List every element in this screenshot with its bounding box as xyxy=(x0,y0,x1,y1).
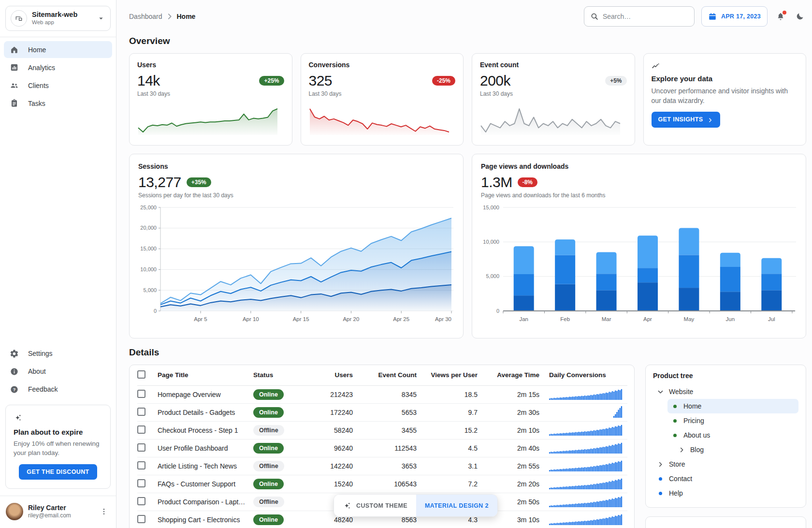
svg-text:15,000: 15,000 xyxy=(483,205,499,210)
tree-dot-blue xyxy=(659,492,662,495)
cell-page-title: Product Details - Gadgets xyxy=(158,403,253,421)
custom-theme-button[interactable]: CUSTOM THEME xyxy=(334,495,416,516)
row-checkbox[interactable] xyxy=(137,425,145,434)
user-row: Riley Carter riley@email.com xyxy=(0,496,116,528)
status-badge: Offline xyxy=(253,497,284,507)
workspace-selector[interactable]: Sitemark-web Web app xyxy=(5,6,111,31)
svg-text:Apr 15: Apr 15 xyxy=(293,316,309,322)
sidebar-item-settings[interactable]: Settings xyxy=(4,345,112,362)
cell-views-per-user: 3.1 xyxy=(420,457,480,475)
cell-page-title: Article Listing - Tech News xyxy=(158,457,253,475)
get-discount-button[interactable]: GET THE DISCOUNT xyxy=(19,464,97,480)
chevron-right-icon xyxy=(707,116,713,123)
cell-users: 58240 xyxy=(305,421,356,439)
row-checkbox[interactable] xyxy=(137,443,145,452)
svg-text:Jun: Jun xyxy=(726,316,735,322)
cell-views-per-user: 15.2 xyxy=(420,421,480,439)
svg-text:?: ? xyxy=(13,387,16,392)
explore-card-body: Uncover performance and visitor insights… xyxy=(652,86,798,106)
chevron-right-icon xyxy=(165,12,174,21)
tree-item-pricing[interactable]: Pricing xyxy=(667,413,798,428)
row-checkbox[interactable] xyxy=(137,497,145,505)
daily-conversions-sparkline xyxy=(549,495,623,507)
analytics-icon xyxy=(10,63,19,72)
svg-text:Jan: Jan xyxy=(519,316,528,322)
tree-item-label: Contact xyxy=(669,475,692,483)
insights-icon xyxy=(652,62,660,71)
notifications-button[interactable] xyxy=(774,10,787,23)
people-icon xyxy=(10,81,19,90)
row-checkbox[interactable] xyxy=(137,461,145,469)
stat-sparkline xyxy=(480,106,621,136)
tasks-icon xyxy=(10,99,19,108)
pageviews-card: Page views and downloads 1.3M -8% Page v… xyxy=(472,154,806,338)
sidebar-item-label: Home xyxy=(28,46,46,54)
tree-dot-green xyxy=(673,434,677,437)
explore-card: Explore your data Uncover performance an… xyxy=(643,53,807,146)
date-picker-button[interactable]: APR 17, 2023 xyxy=(701,6,768,27)
main-content: Dashboard Home APR 17, 2023 Overview Use xyxy=(116,0,812,528)
cell-event-count: 106543 xyxy=(356,475,420,493)
dark-mode-toggle[interactable] xyxy=(794,10,806,23)
select-all-checkbox[interactable] xyxy=(137,370,145,379)
workspace-type: Web app xyxy=(32,19,92,26)
cell-average-time: 2m 55s xyxy=(480,457,542,475)
row-checkbox[interactable] xyxy=(137,479,145,487)
svg-text:Apr 10: Apr 10 xyxy=(243,316,259,322)
chevron-right-icon xyxy=(657,461,664,468)
overview-cards: Users14k+25%Last 30 daysConversions325-2… xyxy=(129,53,806,146)
sidebar-item-about[interactable]: About xyxy=(4,363,112,380)
tree-item-label: Help xyxy=(669,489,683,497)
cell-views-per-user: 7.2 xyxy=(420,475,480,493)
row-checkbox[interactable] xyxy=(137,515,145,523)
tree-item-help[interactable]: Help xyxy=(653,486,798,500)
tree-item-home[interactable]: Home xyxy=(667,399,798,413)
svg-text:Feb: Feb xyxy=(560,316,570,322)
svg-text:Jul: Jul xyxy=(768,316,775,322)
pageviews-delta-chip: -8% xyxy=(518,177,537,187)
get-insights-button[interactable]: GET INSIGHTS xyxy=(652,112,720,127)
cell-event-count: 112543 xyxy=(356,439,420,457)
tree-item-contact[interactable]: Contact xyxy=(653,471,798,486)
sidebar-item-label: Clients xyxy=(28,82,49,89)
sessions-card: Sessions 13,277 +35% Sessions per day fo… xyxy=(129,154,464,338)
table-row: Homepage OverviewOnline212423834518.52m … xyxy=(137,385,627,403)
row-checkbox[interactable] xyxy=(137,408,145,416)
sidebar-item-analytics[interactable]: Analytics xyxy=(4,59,112,76)
plan-card-title: Plan about to expire xyxy=(14,428,102,436)
row-checkbox[interactable] xyxy=(137,390,145,398)
svg-text:Mar: Mar xyxy=(602,316,611,322)
breadcrumb-dashboard[interactable]: Dashboard xyxy=(129,13,162,20)
sidebar-item-home[interactable]: Home xyxy=(4,41,112,58)
cell-event-count: 8345 xyxy=(356,385,420,403)
table-row: Article Listing - Tech NewsOffline142240… xyxy=(137,457,627,475)
sidebar: Sitemark-web Web app HomeAnalyticsClient… xyxy=(0,0,116,528)
tree-item-label: Website xyxy=(669,388,693,396)
help-icon: ? xyxy=(10,385,19,394)
cell-views-per-user: 18.5 xyxy=(420,385,480,403)
search-box[interactable] xyxy=(584,6,695,27)
svg-text:20,000: 20,000 xyxy=(140,225,157,231)
svg-text:5,000: 5,000 xyxy=(143,287,157,293)
stat-sparkline xyxy=(309,106,450,136)
svg-text:10,000: 10,000 xyxy=(483,239,499,245)
stat-card-value: 325 xyxy=(309,73,333,89)
stat-card-title: Users xyxy=(137,61,284,69)
tree-item-store[interactable]: Store xyxy=(653,457,798,471)
sidebar-item-clients[interactable]: Clients xyxy=(4,77,112,94)
daily-conversions-sparkline xyxy=(549,513,623,525)
daily-conversions-sparkline xyxy=(549,441,623,454)
caret-down-icon xyxy=(97,14,105,23)
stat-card-value: 200k xyxy=(480,73,510,89)
material-design-2-button[interactable]: MATERIAL DESIGN 2 xyxy=(416,495,497,516)
tree-item-website[interactable]: Website xyxy=(653,384,798,399)
search-input[interactable] xyxy=(603,13,690,20)
tree-item-about-us[interactable]: About us xyxy=(667,428,798,442)
tree-item-blog[interactable]: Blog xyxy=(674,442,798,457)
pageviews-value: 1.3M xyxy=(481,174,512,191)
status-badge: Online xyxy=(253,443,284,454)
column-header: Views per User xyxy=(420,365,480,385)
user-menu-button[interactable] xyxy=(98,505,110,518)
sidebar-item-tasks[interactable]: Tasks xyxy=(4,95,112,112)
sidebar-item-feedback[interactable]: ?Feedback xyxy=(4,381,112,398)
